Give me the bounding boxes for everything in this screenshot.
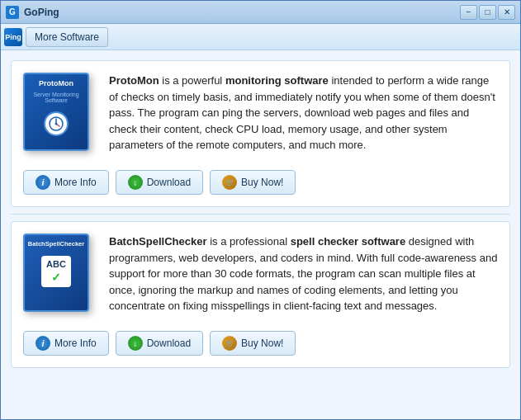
protomon-description: ProtoMon is a powerful monitoring softwa… bbox=[109, 73, 498, 155]
batchspellchecker-buy-button[interactable]: 🛒 Buy Now! bbox=[210, 331, 296, 356]
more-software-button[interactable]: More Software bbox=[26, 27, 108, 47]
svg-point-3 bbox=[55, 122, 58, 125]
download-icon: ↓ bbox=[128, 175, 143, 190]
protomon-box-subtitle: Server Monitoring Software bbox=[28, 92, 84, 103]
batchspellchecker-box-title: BatchSpellChecker bbox=[28, 240, 84, 248]
protomon-actions: i More Info ↓ Download 🛒 Buy Now! bbox=[23, 170, 498, 195]
protomon-more-info-button[interactable]: i More Info bbox=[23, 170, 109, 195]
batchspellchecker-buy-label: Buy Now! bbox=[241, 337, 283, 349]
ping-icon: Ping bbox=[4, 28, 22, 46]
divider bbox=[11, 214, 510, 215]
info-icon: i bbox=[36, 175, 50, 190]
batchspellchecker-top: BatchSpellChecker ABC ✓ BatchSpellChecke… bbox=[23, 234, 498, 316]
minimize-button[interactable]: − bbox=[460, 5, 477, 20]
download-icon-2: ↓ bbox=[128, 336, 143, 351]
batchspellchecker-bold1: spell checker software bbox=[291, 235, 405, 248]
batchspellchecker-box-art: BatchSpellChecker ABC ✓ bbox=[23, 234, 97, 316]
batchspellchecker-description: BatchSpellChecker is a professional spel… bbox=[109, 234, 498, 316]
protomon-buy-button[interactable]: 🛒 Buy Now! bbox=[210, 170, 296, 195]
protomon-download-button[interactable]: ↓ Download bbox=[116, 170, 203, 195]
protomon-box-title: ProtoMon bbox=[39, 79, 73, 88]
maximize-button[interactable]: □ bbox=[479, 5, 496, 20]
app-icon: G bbox=[6, 6, 19, 19]
protomon-download-label: Download bbox=[147, 177, 191, 188]
abc-text: ABC bbox=[46, 259, 66, 269]
batchspellchecker-download-label: Download bbox=[147, 337, 191, 349]
clock-icon bbox=[44, 111, 69, 136]
cart-icon: 🛒 bbox=[222, 175, 237, 190]
protomon-name: ProtoMon bbox=[109, 74, 159, 87]
batchspellchecker-desc-text1: is a professional bbox=[210, 235, 291, 248]
batchspellchecker-more-info-label: More Info bbox=[54, 337, 97, 349]
batchspellchecker-more-info-button[interactable]: i More Info bbox=[23, 331, 109, 356]
abc-check: ✓ bbox=[51, 271, 61, 284]
protomon-top: ProtoMon Server Monitoring Software bbox=[23, 73, 498, 155]
close-button[interactable]: ✕ bbox=[498, 5, 515, 20]
content-area: ProtoMon Server Monitoring Software bbox=[1, 50, 520, 419]
cart-icon-2: 🛒 bbox=[222, 336, 237, 351]
protomon-box: ProtoMon Server Monitoring Software bbox=[23, 73, 89, 151]
toolbar: Ping More Software bbox=[1, 24, 520, 50]
protomon-box-art: ProtoMon Server Monitoring Software bbox=[23, 73, 97, 155]
batchspellchecker-download-button[interactable]: ↓ Download bbox=[116, 331, 203, 356]
protomon-desc-text1: is a powerful bbox=[162, 74, 225, 87]
batchspellchecker-name: BatchSpellChecker bbox=[109, 235, 207, 248]
info-icon-2: i bbox=[36, 336, 50, 351]
abc-badge: ABC ✓ bbox=[41, 256, 71, 287]
batchspellchecker-actions: i More Info ↓ Download 🛒 Buy Now! bbox=[23, 331, 498, 356]
protomon-card: ProtoMon Server Monitoring Software bbox=[11, 60, 510, 207]
batchspellchecker-card: BatchSpellChecker ABC ✓ BatchSpellChecke… bbox=[11, 221, 510, 368]
main-window: G GoPing − □ ✕ Ping More Software ProtoM… bbox=[0, 0, 521, 420]
protomon-more-info-label: More Info bbox=[54, 177, 97, 188]
window-controls: − □ ✕ bbox=[460, 5, 515, 20]
protomon-buy-label: Buy Now! bbox=[241, 177, 283, 188]
window-title: GoPing bbox=[24, 7, 460, 18]
title-bar: G GoPing − □ ✕ bbox=[1, 1, 520, 24]
protomon-bold1: monitoring software bbox=[225, 74, 329, 87]
batchspellchecker-box: BatchSpellChecker ABC ✓ bbox=[23, 234, 89, 312]
